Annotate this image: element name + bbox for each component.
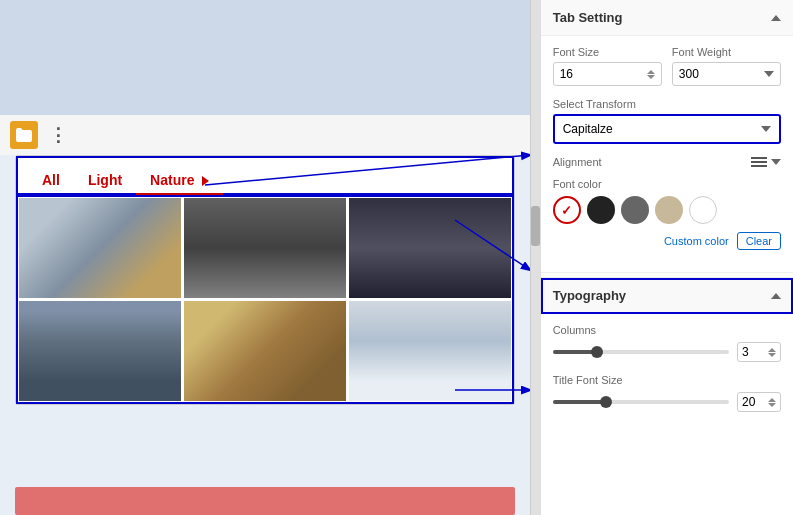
gallery-item[interactable] — [349, 198, 511, 298]
color-actions: Custom color Clear — [553, 232, 781, 250]
gallery-item[interactable] — [184, 198, 346, 298]
font-size-down-icon — [647, 75, 655, 79]
tab-all[interactable]: All — [28, 166, 74, 194]
font-fields-row: Font Size 16 Font Weight 300 — [553, 46, 781, 86]
title-font-arrows — [768, 398, 776, 407]
title-font-down-icon — [768, 403, 776, 407]
font-size-arrows — [647, 70, 655, 79]
gallery-item[interactable] — [19, 301, 181, 401]
font-weight-label: Font Weight — [672, 46, 781, 58]
select-transform-select[interactable]: Capitalze — [555, 116, 779, 142]
columns-value: 3 — [742, 345, 749, 359]
title-font-size-label: Title Font Size — [553, 374, 781, 386]
select-transform-label: Select Transform — [553, 98, 781, 110]
tab-arrow-icon — [202, 176, 209, 186]
divider — [541, 272, 793, 273]
title-font-size-slider-row: 20 — [553, 392, 781, 412]
custom-color-link[interactable]: Custom color — [664, 235, 729, 247]
tabs-bar: All Light Nature — [16, 156, 514, 195]
columns-arrows — [768, 348, 776, 357]
tab-setting-title: Tab Setting — [553, 10, 623, 25]
select-transform-container: Capitalze — [553, 114, 781, 144]
toolbar: ⋮ — [0, 115, 530, 155]
font-size-select[interactable]: 16 — [553, 62, 662, 86]
font-size-up-icon — [647, 70, 655, 74]
columns-number-input[interactable]: 3 — [737, 342, 781, 362]
left-panel: ⋮ All Light Nature — [0, 0, 530, 515]
font-weight-select[interactable]: 300 — [672, 62, 781, 86]
columns-slider-row: 3 — [553, 342, 781, 362]
columns-up-icon — [768, 348, 776, 352]
font-weight-group: Font Weight 300 — [672, 46, 781, 86]
columns-label: Columns — [553, 324, 781, 336]
more-menu-icon[interactable]: ⋮ — [46, 123, 70, 147]
title-font-size-track[interactable] — [553, 400, 729, 404]
alignment-chevron-icon — [771, 159, 781, 165]
transform-chevron-icon — [761, 126, 771, 132]
tab-light[interactable]: Light — [74, 166, 136, 194]
font-weight-value: 300 — [679, 67, 699, 81]
title-font-size-thumb[interactable] — [600, 396, 612, 408]
color-swatches — [553, 196, 781, 224]
gallery-grid — [16, 195, 514, 404]
tab-setting-body: Font Size 16 Font Weight 300 Select Tran… — [541, 36, 793, 268]
typography-header: Typography — [541, 278, 793, 314]
title-font-size-input[interactable]: 20 — [737, 392, 781, 412]
top-preview — [0, 0, 530, 115]
right-panel: Tab Setting Font Size 16 Font Weight 300 — [540, 0, 793, 515]
font-size-label: Font Size — [553, 46, 662, 58]
alignment-controls — [751, 157, 781, 167]
gallery-item[interactable] — [184, 301, 346, 401]
tab-setting-header: Tab Setting — [541, 0, 793, 36]
bottom-bar — [15, 487, 515, 515]
typography-body: Columns 3 Title Font Size — [541, 314, 793, 434]
color-swatch-dark[interactable] — [621, 196, 649, 224]
folder-icon[interactable] — [10, 121, 38, 149]
font-size-value: 16 — [560, 67, 573, 81]
color-swatch-tan[interactable] — [655, 196, 683, 224]
typography-title: Typography — [553, 288, 626, 303]
title-font-size-value: 20 — [742, 395, 755, 409]
color-swatch-red[interactable] — [553, 196, 581, 224]
font-size-group: Font Size 16 — [553, 46, 662, 86]
select-transform-value: Capitalze — [563, 122, 613, 136]
alignment-icon[interactable] — [751, 157, 767, 167]
clear-button[interactable]: Clear — [737, 232, 781, 250]
color-swatch-black[interactable] — [587, 196, 615, 224]
gallery-item[interactable] — [19, 198, 181, 298]
color-swatch-white[interactable] — [689, 196, 717, 224]
alignment-row: Alignment — [553, 156, 781, 168]
tab-nature[interactable]: Nature — [136, 166, 223, 194]
alignment-label: Alignment — [553, 156, 602, 168]
font-color-label: Font color — [553, 178, 781, 190]
title-font-up-icon — [768, 398, 776, 402]
typography-section: Typography Columns 3 Title Font Size — [541, 277, 793, 434]
scrollbar[interactable] — [530, 0, 540, 515]
gallery-container: All Light Nature — [15, 155, 515, 405]
gallery-item[interactable] — [349, 301, 511, 401]
font-weight-chevron-icon — [764, 71, 774, 77]
title-font-size-fill — [553, 400, 606, 404]
columns-down-icon — [768, 353, 776, 357]
tab-setting-collapse-icon[interactable] — [771, 15, 781, 21]
columns-slider-track[interactable] — [553, 350, 729, 354]
columns-slider-thumb[interactable] — [591, 346, 603, 358]
typography-collapse-icon[interactable] — [771, 293, 781, 299]
